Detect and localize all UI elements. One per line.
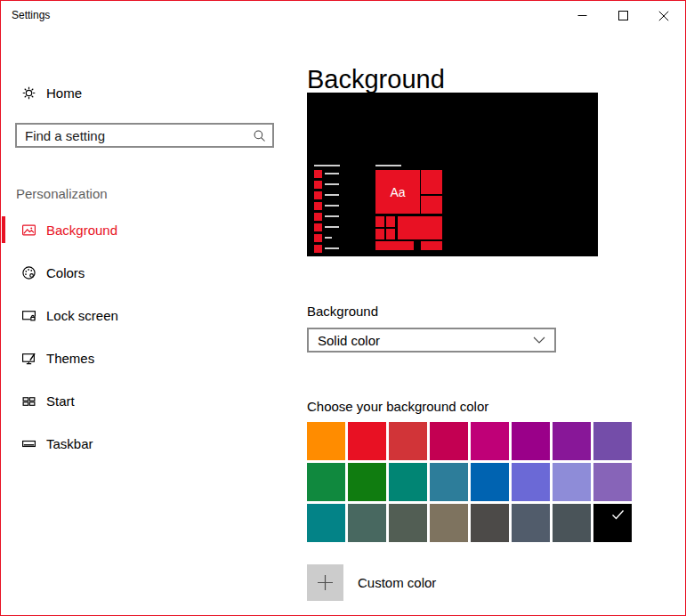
maximize-button[interactable] (602, 2, 643, 29)
sidebar-item-start[interactable]: Start (2, 381, 295, 420)
color-swatch-selected[interactable] (593, 504, 632, 542)
sidebar-item-label: Home (46, 85, 82, 101)
titlebar: Settings (2, 2, 684, 29)
custom-color-label: Custom color (358, 575, 436, 590)
color-swatch[interactable] (593, 463, 632, 501)
sidebar-item-label: Start (46, 393, 75, 409)
color-swatch[interactable] (307, 504, 345, 542)
color-swatch[interactable] (471, 504, 509, 542)
preview-tile (314, 213, 322, 221)
preview-tile (314, 223, 322, 231)
preview-text-line (314, 165, 340, 166)
preview-tile (314, 191, 322, 199)
preview-tile (386, 229, 395, 239)
color-swatch[interactable] (471, 422, 509, 460)
window-title: Settings (12, 9, 50, 21)
color-palette (307, 422, 632, 542)
minimize-icon (577, 11, 587, 20)
dropdown-selected-value: Solid color (318, 333, 380, 348)
background-dropdown-label: Background (307, 304, 378, 319)
color-swatch[interactable] (348, 422, 386, 460)
preview-tile (421, 170, 442, 194)
background-preview: Aa (307, 93, 598, 256)
sidebar-item-colors[interactable]: Colors (2, 253, 295, 292)
sidebar-item-background[interactable]: Background (2, 210, 295, 249)
sidebar-item-label: Background (46, 223, 117, 238)
custom-color-row: Custom color (307, 564, 436, 601)
lock-screen-icon (21, 308, 36, 323)
color-swatch[interactable] (512, 422, 550, 460)
color-swatch[interactable] (512, 463, 550, 501)
color-swatch[interactable] (430, 422, 468, 460)
taskbar-icon (21, 436, 36, 451)
preview-aa-tile: Aa (375, 170, 420, 214)
color-swatch[interactable] (593, 422, 632, 460)
close-icon (658, 11, 669, 21)
preview-tile (386, 216, 395, 227)
sidebar-item-themes[interactable]: Themes (2, 338, 295, 377)
page-title: Background (307, 65, 445, 94)
preview-tile (375, 229, 384, 239)
sidebar-item-lock-screen[interactable]: Lock screen (2, 296, 295, 335)
themes-icon (21, 351, 36, 366)
custom-color-button[interactable] (307, 564, 343, 601)
sidebar-section-heading: Personalization (16, 186, 108, 201)
color-swatch[interactable] (389, 463, 427, 501)
close-button[interactable] (643, 2, 684, 29)
preview-text-line (325, 194, 339, 196)
background-type-dropdown[interactable]: Solid color (307, 328, 556, 353)
search-input[interactable] (17, 125, 246, 146)
preview-tile (314, 170, 322, 178)
color-swatch[interactable] (471, 463, 509, 501)
preview-tile (314, 181, 322, 189)
color-swatch[interactable] (430, 504, 468, 542)
main-content: Background Aa Background Solid color Cho… (307, 29, 684, 614)
color-swatch[interactable] (389, 422, 427, 460)
color-swatch[interactable] (389, 504, 427, 542)
image-icon (21, 223, 36, 238)
settings-window: Settings Home (0, 0, 686, 616)
color-swatch[interactable] (307, 422, 345, 460)
sidebar-item-label: Taskbar (46, 436, 93, 451)
color-swatch[interactable] (348, 463, 386, 501)
color-swatch[interactable] (430, 463, 468, 501)
preview-tile (314, 234, 322, 242)
caption-buttons (561, 2, 684, 29)
preview-text-line (325, 237, 332, 239)
sidebar-item-label: Lock screen (46, 308, 118, 323)
color-swatch[interactable] (307, 463, 345, 501)
color-swatch[interactable] (553, 504, 591, 542)
sidebar-item-label: Themes (46, 351, 94, 366)
plus-icon (316, 573, 335, 592)
minimize-button[interactable] (561, 2, 602, 29)
sidebar-item-taskbar[interactable]: Taskbar (2, 424, 295, 463)
search-icon[interactable] (246, 129, 272, 142)
sidebar-item-label: Colors (46, 265, 85, 280)
sidebar-item-home[interactable]: Home (2, 73, 295, 112)
maximize-icon (618, 11, 628, 20)
preview-tile (314, 202, 322, 210)
preview-tile (375, 216, 384, 227)
search-box (15, 123, 274, 148)
check-icon (611, 508, 625, 524)
preview-tile (421, 196, 442, 214)
preview-tile (375, 241, 414, 250)
preview-text-line (325, 183, 339, 185)
preview-tile (314, 245, 322, 253)
color-swatch[interactable] (553, 463, 591, 501)
chevron-down-icon (533, 336, 545, 344)
preview-text-line (375, 165, 401, 166)
start-tiles-icon (21, 393, 36, 409)
preview-text-line (325, 226, 339, 228)
color-swatch[interactable] (348, 504, 386, 542)
sidebar: Home Personalization BackgroundColorsLoc… (2, 29, 295, 614)
preview-text-line (325, 247, 339, 249)
preview-text-line (325, 205, 339, 207)
preview-text-line (325, 215, 339, 217)
palette-icon (21, 265, 36, 280)
preview-text-line (325, 173, 339, 174)
preview-tile (421, 241, 442, 250)
color-swatch[interactable] (553, 422, 591, 460)
color-swatch[interactable] (512, 504, 550, 542)
choose-color-label: Choose your background color (307, 399, 488, 414)
